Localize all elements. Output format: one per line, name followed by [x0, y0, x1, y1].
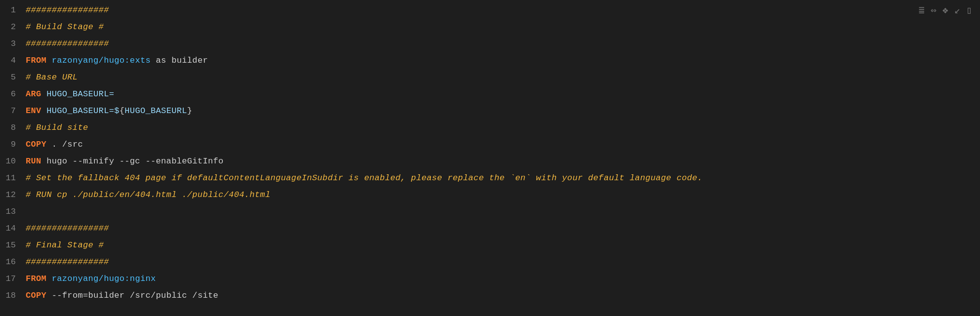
line-number: 1	[0, 2, 26, 19]
code-line: 1################	[0, 2, 980, 19]
token-hash-comment: # Build site	[26, 123, 88, 132]
token-plain	[41, 106, 47, 116]
token-plain	[46, 56, 52, 65]
code-line: 15# Final Stage #	[0, 237, 980, 254]
token-keyword-from: FROM	[26, 274, 46, 283]
line-content: COPY --from=builder /src/public /site	[26, 287, 218, 304]
line-content: ################	[26, 36, 109, 52]
line-content: # Final Stage #	[26, 237, 104, 254]
code-line: 12# RUN cp ./public/en/404.html ./public…	[0, 187, 980, 203]
toolbar-icons: ≣ ⇔ ❖ ↙ ▯	[919, 4, 972, 16]
line-number: 13	[0, 203, 26, 220]
code-line: 13	[0, 203, 980, 220]
code-line: 16################	[0, 254, 980, 271]
token-hash-comment: # Build Stage #	[26, 22, 104, 32]
token-hash-comment: # Base URL	[26, 73, 78, 82]
expand-icon[interactable]: ❖	[942, 4, 948, 16]
line-content: FROM razonyang/hugo:exts as builder	[26, 52, 208, 69]
token-plain	[41, 89, 47, 99]
code-line: 11# Set the fallback 404 page if default…	[0, 170, 980, 187]
token-plain: . /src	[46, 140, 83, 149]
code-area: 1################2# Build Stage #3######…	[0, 0, 980, 316]
code-line: 6ARG HUGO_BASEURL=	[0, 86, 980, 103]
line-content: ################	[26, 220, 109, 237]
token-plain: }	[187, 106, 193, 116]
line-content: ENV HUGO_BASEURL=${HUGO_BASEURL}	[26, 103, 192, 119]
line-number: 16	[0, 254, 26, 271]
line-content	[26, 203, 31, 220]
line-content: # Base URL	[26, 69, 78, 86]
token-plain	[46, 274, 52, 283]
cursor-icon[interactable]: ↙	[954, 4, 960, 16]
token-keyword-run: RUN	[26, 157, 41, 166]
line-number: 9	[0, 136, 26, 153]
token-keyword-copy: COPY	[26, 291, 46, 300]
line-number: 4	[0, 52, 26, 69]
code-line: 10RUN hugo --minify --gc --enableGitInfo	[0, 153, 980, 170]
code-line: 18COPY --from=builder /src/public /site	[0, 287, 980, 304]
code-line: 4FROM razonyang/hugo:exts as builder	[0, 52, 980, 69]
line-number: 17	[0, 271, 26, 287]
copy-icon[interactable]: ▯	[966, 4, 972, 16]
code-line: 14################	[0, 220, 980, 237]
token-plain: hugo --minify --gc --enableGitInfo	[41, 157, 224, 166]
code-line: 2# Build Stage #	[0, 19, 980, 36]
token-var-name: HUGO_BASEURL	[124, 106, 187, 116]
line-content: # Build site	[26, 119, 88, 136]
token-hash-comment: ################	[26, 39, 109, 48]
token-keyword-copy: COPY	[26, 140, 46, 149]
line-number: 14	[0, 220, 26, 237]
token-hash-comment: # Final Stage #	[26, 240, 104, 250]
token-image-name: razonyang/hugo:nginx	[52, 274, 156, 283]
code-line: 3################	[0, 36, 980, 52]
token-var-name: HUGO_BASEURL=$	[46, 106, 120, 116]
token-image-name: razonyang/hugo:exts	[52, 56, 151, 65]
token-plain: {	[120, 106, 125, 116]
line-content: # RUN cp ./public/en/404.html ./public/4…	[26, 187, 270, 203]
token-keyword-env: ENV	[26, 106, 41, 116]
list-icon[interactable]: ≣	[919, 4, 925, 16]
token-hash-comment: ################	[26, 224, 109, 233]
line-number: 12	[0, 187, 26, 203]
line-number: 2	[0, 19, 26, 36]
token-hash-comment: ################	[26, 257, 109, 267]
line-number: 3	[0, 36, 26, 52]
line-number: 8	[0, 119, 26, 136]
code-line: 8# Build site	[0, 119, 980, 136]
token-plain: as builder	[151, 56, 208, 65]
line-number: 10	[0, 153, 26, 170]
code-line: 9COPY . /src	[0, 136, 980, 153]
code-line: 5# Base URL	[0, 69, 980, 86]
line-content: RUN hugo --minify --gc --enableGitInfo	[26, 153, 224, 170]
token-plain: --from=builder /src/public /site	[46, 291, 218, 300]
line-number: 7	[0, 103, 26, 119]
line-number: 11	[0, 170, 26, 187]
token-hash-comment: # Set the fallback 404 page if defaultCo…	[26, 173, 702, 183]
wrap-icon[interactable]: ⇔	[931, 4, 937, 16]
editor-container: ≣ ⇔ ❖ ↙ ▯ 1################2# Build Stag…	[0, 0, 980, 316]
line-content: ARG HUGO_BASEURL=	[26, 86, 114, 103]
line-content: ################	[26, 254, 109, 271]
line-content: COPY . /src	[26, 136, 83, 153]
line-content: FROM razonyang/hugo:nginx	[26, 271, 156, 287]
token-var-name: HUGO_BASEURL=	[46, 89, 114, 99]
token-hash-comment: ################	[26, 5, 109, 15]
token-keyword-arg: ARG	[26, 89, 41, 99]
line-content: ################	[26, 2, 109, 19]
line-content: # Set the fallback 404 page if defaultCo…	[26, 170, 702, 187]
line-number: 6	[0, 86, 26, 103]
code-line: 17FROM razonyang/hugo:nginx	[0, 271, 980, 287]
line-number: 18	[0, 287, 26, 304]
line-number: 15	[0, 237, 26, 254]
token-keyword-from: FROM	[26, 56, 46, 65]
code-line: 7ENV HUGO_BASEURL=${HUGO_BASEURL}	[0, 103, 980, 119]
line-number: 5	[0, 69, 26, 86]
token-hash-comment: # RUN cp ./public/en/404.html ./public/4…	[26, 190, 270, 199]
line-content: # Build Stage #	[26, 19, 104, 36]
